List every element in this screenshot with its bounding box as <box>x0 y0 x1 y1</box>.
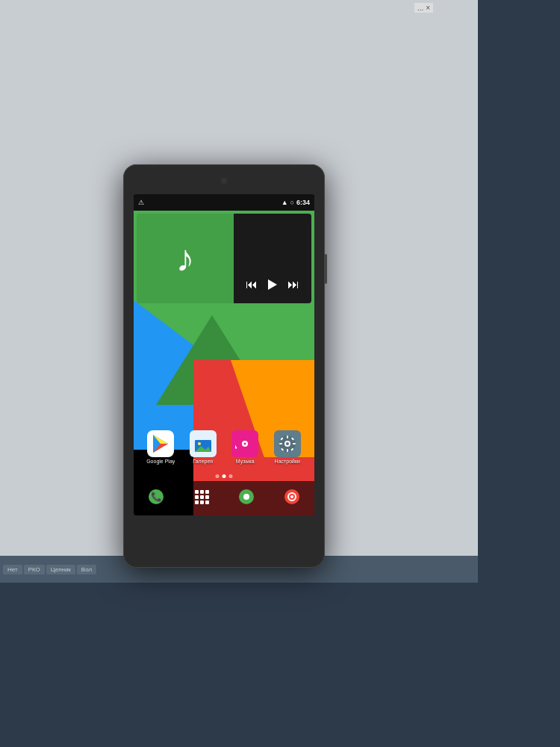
phone-side-button[interactable] <box>324 254 327 284</box>
window-close-area: ... × <box>414 3 433 13</box>
music-controls-area: ⏮ ⏭ <box>234 214 311 303</box>
music-widget[interactable]: ♪ ⏮ ⏭ <box>137 214 311 303</box>
play-button[interactable] <box>268 279 277 290</box>
svg-point-38 <box>290 495 293 498</box>
taskbar-item-4[interactable]: Вол <box>77 565 96 574</box>
music-note-icon: ♪ <box>176 240 195 277</box>
rewind-button[interactable]: ⏮ <box>246 278 258 291</box>
google-play-icon <box>147 430 174 457</box>
music-label: Музыка <box>236 459 255 464</box>
svg-rect-25 <box>195 490 199 494</box>
phone-screen: ⚠ ▲ ○ 6:34 ♪ ⏮ <box>134 194 314 515</box>
music-controls: ⏮ ⏭ <box>246 278 299 291</box>
svg-rect-30 <box>205 495 209 499</box>
app-icon-music[interactable]: Музыка <box>225 430 264 464</box>
svg-rect-15 <box>287 436 288 438</box>
taskbar-item-2[interactable]: РКО <box>24 565 45 574</box>
fast-forward-button[interactable]: ⏭ <box>287 278 299 291</box>
google-play-label: Google Play <box>146 459 175 464</box>
app-icon-settings[interactable]: Настройки <box>268 430 307 464</box>
svg-rect-17 <box>279 443 282 444</box>
svg-rect-16 <box>287 449 288 452</box>
svg-rect-26 <box>200 490 204 494</box>
svg-point-6 <box>198 442 201 445</box>
phone-device: ⚠ ▲ ○ 6:34 ♪ ⏮ <box>123 164 325 568</box>
phone-camera <box>221 178 227 184</box>
settings-label: Настройки <box>275 459 300 464</box>
svg-rect-27 <box>205 490 209 494</box>
gallery-label: Галерея <box>193 459 213 464</box>
signal-icon: ▲ <box>281 199 288 206</box>
svg-point-35 <box>243 494 249 500</box>
warning-icon: ⚠ <box>138 199 144 206</box>
music-widget-art: ♪ <box>137 214 234 303</box>
svg-text:📞: 📞 <box>151 491 162 502</box>
taskbar-item-3[interactable]: Цепник <box>46 565 75 574</box>
status-left: ⚠ <box>138 199 144 206</box>
svg-point-14 <box>286 442 289 445</box>
nav-apps-button[interactable] <box>193 489 210 508</box>
gallery-icon <box>190 430 217 457</box>
svg-rect-32 <box>200 500 204 504</box>
app-icon-google-play[interactable]: Google Play <box>141 430 180 464</box>
settings-icon <box>274 430 301 457</box>
status-time: 6:34 <box>296 199 310 206</box>
music-app-icon <box>231 430 258 457</box>
svg-point-10 <box>244 442 246 444</box>
app-icon-gallery[interactable]: Галерея <box>184 430 223 464</box>
svg-rect-28 <box>195 495 199 499</box>
nav-phone-button[interactable]: 📞 <box>148 489 164 508</box>
svg-rect-31 <box>195 500 199 504</box>
taskbar-item-1[interactable]: Нет <box>3 565 22 574</box>
svg-rect-29 <box>200 495 204 499</box>
svg-rect-33 <box>205 500 209 504</box>
status-bar: ⚠ ▲ ○ 6:34 <box>134 194 314 211</box>
nav-camera-button[interactable] <box>284 489 300 508</box>
battery-icon: ○ <box>290 199 294 206</box>
wallpaper: ♪ ⏮ ⏭ <box>134 211 314 515</box>
nav-browser-button[interactable] <box>238 489 255 508</box>
status-right: ▲ ○ 6:34 <box>281 199 310 206</box>
svg-rect-18 <box>293 443 296 444</box>
app-dock: Google Play Галерея <box>134 417 314 477</box>
navigation-bar: 📞 <box>134 481 314 515</box>
